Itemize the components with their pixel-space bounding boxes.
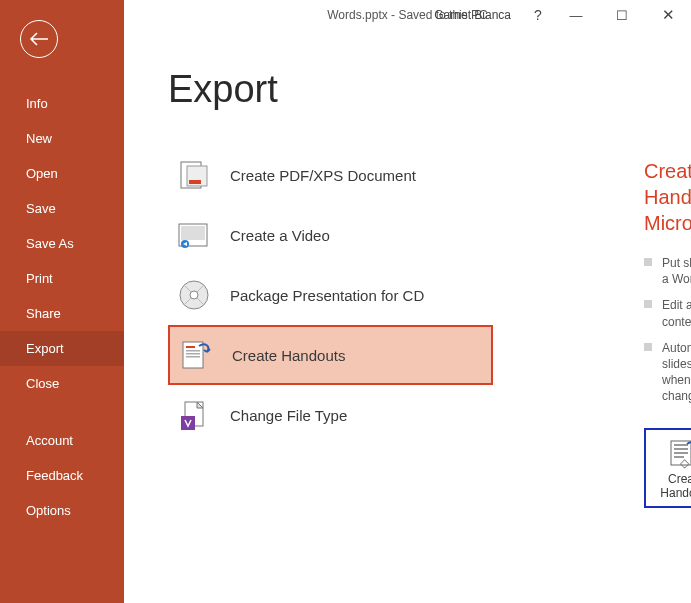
svg-rect-17 bbox=[674, 448, 688, 450]
back-button[interactable] bbox=[20, 20, 58, 58]
bullet-text: Put slides and notes in a Word document bbox=[662, 255, 691, 287]
handout-icon bbox=[178, 337, 214, 373]
svg-rect-16 bbox=[674, 444, 688, 446]
details-bullet: Automatically update slides in the hando… bbox=[644, 335, 691, 410]
bullet-text: Edit and format content in Word bbox=[662, 297, 691, 329]
svg-rect-4 bbox=[181, 226, 205, 240]
sidebar-item-info[interactable]: Info bbox=[0, 86, 124, 121]
export-option-cd[interactable]: Package Presentation for CD bbox=[168, 265, 493, 325]
page-title: Export bbox=[168, 68, 691, 111]
export-option-label: Create Handouts bbox=[232, 347, 345, 364]
export-option-label: Create PDF/XPS Document bbox=[230, 167, 416, 184]
svg-point-7 bbox=[190, 291, 198, 299]
svg-rect-12 bbox=[186, 356, 200, 358]
sidebar-item-close[interactable]: Close bbox=[0, 366, 124, 401]
sidebar-item-share[interactable]: Share bbox=[0, 296, 124, 331]
pdf-icon bbox=[176, 157, 212, 193]
bullet-marker-icon bbox=[644, 258, 652, 266]
export-option-label: Package Presentation for CD bbox=[230, 287, 424, 304]
svg-rect-18 bbox=[674, 452, 688, 454]
collapse-handle-icon[interactable]: ◇ bbox=[680, 456, 689, 470]
sidebar-item-save-as[interactable]: Save As bbox=[0, 226, 124, 261]
help-button[interactable]: ? bbox=[523, 0, 553, 30]
sidebar-item-export[interactable]: Export bbox=[0, 331, 124, 366]
minimize-button[interactable]: — bbox=[553, 0, 599, 30]
svg-rect-14 bbox=[181, 416, 195, 430]
backstage-sidebar: InfoNewOpenSaveSave AsPrintShareExportCl… bbox=[0, 0, 124, 603]
sidebar-item-feedback[interactable]: Feedback bbox=[0, 458, 124, 493]
create-handouts-label: Create Handouts bbox=[650, 472, 691, 501]
export-option-video[interactable]: Create a Video bbox=[168, 205, 493, 265]
sidebar-item-new[interactable]: New bbox=[0, 121, 124, 156]
sidebar-item-print[interactable]: Print bbox=[0, 261, 124, 296]
details-bullet: Put slides and notes in a Word document bbox=[644, 250, 691, 292]
svg-rect-9 bbox=[186, 346, 195, 348]
maximize-button[interactable]: ☐ bbox=[599, 0, 645, 30]
export-option-handout[interactable]: Create Handouts bbox=[168, 325, 493, 385]
bullet-marker-icon bbox=[644, 300, 652, 308]
user-name[interactable]: Garnet Bianca bbox=[434, 8, 511, 22]
details-bullet: Edit and format content in Word bbox=[644, 292, 691, 334]
sidebar-item-open[interactable]: Open bbox=[0, 156, 124, 191]
arrow-left-icon bbox=[29, 32, 49, 46]
bullet-marker-icon bbox=[644, 343, 652, 351]
export-option-label: Create a Video bbox=[230, 227, 330, 244]
close-button[interactable]: ✕ bbox=[645, 0, 691, 30]
export-option-filetype[interactable]: Change File Type bbox=[168, 385, 493, 445]
svg-rect-2 bbox=[189, 180, 201, 184]
export-page: Export Create PDF/XPS DocumentCreate a V… bbox=[124, 30, 691, 603]
bullet-text: Automatically update slides in the hando… bbox=[662, 340, 691, 405]
details-title: Create Handouts in Microsoft Word bbox=[644, 158, 691, 236]
svg-rect-10 bbox=[186, 350, 200, 352]
sidebar-item-options[interactable]: Options bbox=[0, 493, 124, 528]
export-option-label: Change File Type bbox=[230, 407, 347, 424]
cd-icon bbox=[176, 277, 212, 313]
video-icon bbox=[176, 217, 212, 253]
sidebar-item-account[interactable]: Account bbox=[0, 423, 124, 458]
svg-rect-11 bbox=[186, 353, 200, 355]
sidebar-item-save[interactable]: Save bbox=[0, 191, 124, 226]
filetype-icon bbox=[176, 397, 212, 433]
export-option-pdf[interactable]: Create PDF/XPS Document bbox=[168, 145, 493, 205]
title-bar: Words.pptx - Saved to this PC Garnet Bia… bbox=[124, 0, 691, 30]
